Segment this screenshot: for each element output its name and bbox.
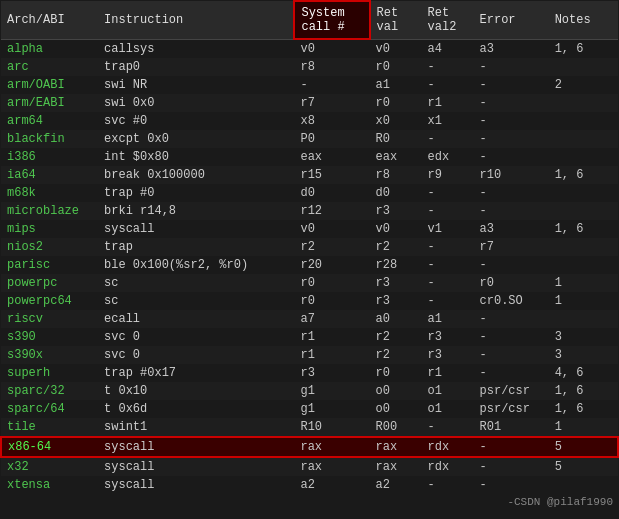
table-cell: R10: [294, 418, 369, 437]
instr-header: Instruction: [98, 1, 294, 39]
table-cell: -: [422, 256, 474, 274]
table-cell: -: [474, 457, 549, 476]
table-cell: [549, 238, 618, 256]
table-cell: 1: [549, 274, 618, 292]
table-row: xtensasyscalla2a2--: [1, 476, 618, 494]
table-cell: [549, 94, 618, 112]
table-cell: 1: [549, 418, 618, 437]
table-cell: o1: [422, 382, 474, 400]
table-cell: [549, 256, 618, 274]
table-cell: d0: [294, 184, 369, 202]
table-cell: r28: [370, 256, 422, 274]
table-cell: m68k: [1, 184, 98, 202]
table-cell: r0: [474, 274, 549, 292]
table-cell: syscall: [98, 220, 294, 238]
table-cell: [549, 310, 618, 328]
table-cell: -: [422, 418, 474, 437]
table-cell: -: [422, 184, 474, 202]
table-cell: r7: [294, 94, 369, 112]
table-cell: 1, 6: [549, 400, 618, 418]
table-cell: eax: [370, 148, 422, 166]
table-cell: sparc/32: [1, 382, 98, 400]
table-row: powerpc64scr0r3-cr0.SO1: [1, 292, 618, 310]
table-cell: superh: [1, 364, 98, 382]
table-cell: o1: [422, 400, 474, 418]
table-cell: -: [474, 130, 549, 148]
table-cell: r15: [294, 166, 369, 184]
table-cell: a2: [294, 476, 369, 494]
table-row: i386int $0x80eaxeaxedx-: [1, 148, 618, 166]
table-cell: a3: [474, 220, 549, 238]
table-cell: excpt 0x0: [98, 130, 294, 148]
table-cell: trap0: [98, 58, 294, 76]
table-cell: g1: [294, 400, 369, 418]
arch-header: Arch/ABI: [1, 1, 98, 39]
table-cell: -: [474, 310, 549, 328]
table-cell: cr0.SO: [474, 292, 549, 310]
table-cell: 4, 6: [549, 364, 618, 382]
table-cell: x32: [1, 457, 98, 476]
table-cell: rax: [370, 437, 422, 457]
table-cell: eax: [294, 148, 369, 166]
table-cell: 1: [549, 292, 618, 310]
table-cell: -: [422, 202, 474, 220]
syscall-header: Systemcall #: [294, 1, 369, 39]
table-cell: x86-64: [1, 437, 98, 457]
table-cell: [549, 202, 618, 220]
table-cell: swint1: [98, 418, 294, 437]
table-cell: r0: [370, 364, 422, 382]
table-cell: rax: [370, 457, 422, 476]
table-cell: r9: [422, 166, 474, 184]
table-cell: 3: [549, 346, 618, 364]
table-row: s390svc 0r1r2r3-3: [1, 328, 618, 346]
table-row: sparc/32t 0x10g1o0o1psr/csr1, 6: [1, 382, 618, 400]
table-cell: r7: [474, 238, 549, 256]
table-cell: v0: [370, 220, 422, 238]
table-cell: r1: [422, 94, 474, 112]
table-row: s390xsvc 0r1r2r3-3: [1, 346, 618, 364]
table-cell: a2: [370, 476, 422, 494]
table-cell: 1, 6: [549, 220, 618, 238]
table-cell: powerpc: [1, 274, 98, 292]
table-cell: swi 0x0: [98, 94, 294, 112]
table-cell: r1: [294, 346, 369, 364]
table-row: alphacallsysv0v0a4a31, 6: [1, 39, 618, 58]
table-cell: arm64: [1, 112, 98, 130]
table-cell: -: [422, 76, 474, 94]
table-cell: a3: [474, 39, 549, 58]
table-row: microblazebrki r14,8r12r3--: [1, 202, 618, 220]
table-cell: t 0x6d: [98, 400, 294, 418]
table-cell: trap #0: [98, 184, 294, 202]
table-cell: r10: [474, 166, 549, 184]
table-cell: arm/OABI: [1, 76, 98, 94]
table-cell: swi NR: [98, 76, 294, 94]
table-cell: syscall: [98, 476, 294, 494]
table-cell: r3: [422, 346, 474, 364]
table-row: arctrap0r8r0--: [1, 58, 618, 76]
table-cell: r0: [370, 58, 422, 76]
table-cell: r3: [294, 364, 369, 382]
table-cell: [549, 184, 618, 202]
table-cell: -: [422, 58, 474, 76]
table-cell: -: [474, 112, 549, 130]
table-cell: break 0x100000: [98, 166, 294, 184]
table-cell: a7: [294, 310, 369, 328]
table-cell: brki r14,8: [98, 202, 294, 220]
table-row: powerpcscr0r3-r01: [1, 274, 618, 292]
table-cell: a0: [370, 310, 422, 328]
table-cell: 3: [549, 328, 618, 346]
table-cell: -: [474, 476, 549, 494]
table-cell: -: [294, 76, 369, 94]
table-cell: trap: [98, 238, 294, 256]
table-cell: 5: [549, 457, 618, 476]
ret-val2-header: Retval2: [422, 1, 474, 39]
table-cell: d0: [370, 184, 422, 202]
table-row: arm/EABIswi 0x0r7r0r1-: [1, 94, 618, 112]
table-row: blackfinexcpt 0x0P0R0--: [1, 130, 618, 148]
table-cell: sc: [98, 292, 294, 310]
table-cell: -: [474, 202, 549, 220]
table-cell: psr/csr: [474, 400, 549, 418]
table-cell: s390x: [1, 346, 98, 364]
table-cell: rdx: [422, 457, 474, 476]
table-cell: sc: [98, 274, 294, 292]
